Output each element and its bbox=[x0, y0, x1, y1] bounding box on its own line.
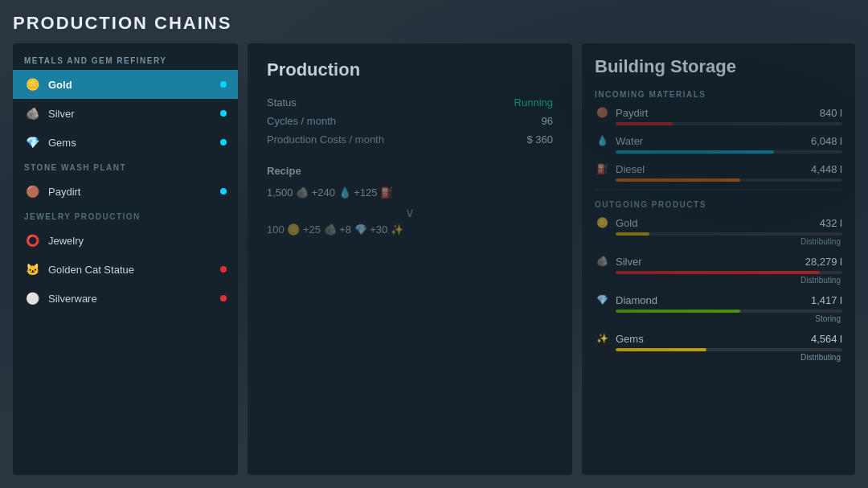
silver-icon: 🪨 bbox=[595, 254, 609, 269]
gems-icon: ✨ bbox=[595, 331, 609, 346]
gold-bar-bg bbox=[616, 232, 842, 236]
silver-bar-fill bbox=[616, 271, 820, 274]
prod-row-status: StatusRunning bbox=[267, 93, 553, 112]
outgoing-list: 🪙Gold432 lDistributing🪨Silver28,279 lDis… bbox=[595, 215, 842, 362]
incoming-header: INCOMING MATERIALS bbox=[595, 90, 842, 99]
incoming-list: 🟤Paydirt840 l💧Water6,048 l⛽Diesel4,448 l bbox=[595, 105, 842, 182]
diesel-bar-row bbox=[595, 178, 842, 182]
recipe-input: 1,500 🪨 +240 💧 +125 ⛽ bbox=[267, 187, 553, 199]
gems-name: Gems bbox=[616, 333, 805, 345]
sidebar-item-silverware[interactable]: ⚪Silverware bbox=[13, 284, 238, 313]
gems-bar-bg bbox=[616, 348, 842, 351]
prod-value: $ 360 bbox=[526, 133, 553, 146]
storage-item-paydirt: 🟤Paydirt840 l bbox=[595, 105, 842, 125]
water-name: Water bbox=[616, 135, 805, 147]
prod-row-production-costs--month: Production Costs / month$ 360 bbox=[267, 130, 553, 149]
sidebar-item-gold[interactable]: 🪙Gold bbox=[13, 70, 238, 99]
storage-item-header: 🪨Silver28,279 l bbox=[595, 254, 842, 269]
prod-value: Running bbox=[514, 96, 553, 109]
sidebar-item-jewelry[interactable]: ⭕Jewelry bbox=[13, 226, 238, 255]
paydirt-bar-fill bbox=[616, 122, 673, 125]
gems-dot bbox=[220, 139, 227, 146]
left-panel: METALS AND GEM REFINERY🪙Gold🪨Silver💎Gems… bbox=[13, 43, 238, 475]
gold-status: Distributing bbox=[595, 237, 842, 246]
recipe-arrow: ∨ bbox=[267, 205, 553, 220]
silver-bar-bg bbox=[616, 271, 842, 274]
diesel-bar-fill bbox=[616, 178, 740, 182]
gold-icon: 🪙 bbox=[595, 215, 609, 230]
production-table: StatusRunningCycles / month96Production … bbox=[267, 93, 553, 149]
paydirt-dot bbox=[220, 188, 227, 195]
paydirt-amount: 840 l bbox=[820, 107, 842, 119]
storage-item-header: 💎Diamond1,417 l bbox=[595, 293, 842, 307]
gems-bar-fill bbox=[616, 348, 706, 351]
prod-label: Cycles / month bbox=[267, 115, 336, 127]
diamond-bar-bg bbox=[616, 310, 842, 313]
storage-item-header: ⛽Diesel4,448 l bbox=[595, 162, 842, 176]
diesel-bar-bg bbox=[616, 178, 842, 182]
gems-bar-row bbox=[595, 348, 842, 351]
storage-item-water: 💧Water6,048 l bbox=[595, 133, 842, 154]
paydirt-bar-row bbox=[595, 122, 842, 125]
gold-name: Gold bbox=[616, 217, 813, 229]
storage-item-diamond: 💎Diamond1,417 lStoring bbox=[595, 293, 842, 323]
gems-icon: 💎 bbox=[24, 134, 40, 150]
silverware-label: Silverware bbox=[48, 293, 212, 305]
golden-cat-icon: 🐱 bbox=[24, 261, 40, 277]
gold-bar-row bbox=[595, 232, 842, 236]
silver-status: Distributing bbox=[595, 276, 842, 285]
sidebar-item-golden-cat[interactable]: 🐱Golden Cat Statue bbox=[13, 255, 238, 284]
diamond-amount: 1,417 l bbox=[811, 294, 842, 306]
paydirt-bar-bg bbox=[616, 122, 842, 125]
silver-name: Silver bbox=[616, 256, 799, 268]
water-bar-row bbox=[595, 150, 842, 154]
gold-bar-fill bbox=[616, 232, 649, 236]
gold-icon: 🪙 bbox=[24, 76, 40, 92]
silver-amount: 28,279 l bbox=[805, 256, 842, 268]
prod-value: 96 bbox=[542, 115, 553, 127]
sidebar-item-paydirt[interactable]: 🟤Paydirt bbox=[13, 177, 238, 206]
water-amount: 6,048 l bbox=[811, 135, 842, 147]
storage-item-header: 🟤Paydirt840 l bbox=[595, 105, 842, 120]
paydirt-name: Paydirt bbox=[616, 107, 813, 119]
gold-dot bbox=[220, 81, 227, 88]
prod-row-cycles--month: Cycles / month96 bbox=[267, 112, 553, 130]
gold-amount: 432 l bbox=[820, 217, 842, 229]
section-header-jewelry-production: JEWELRY PRODUCTION bbox=[13, 206, 238, 226]
water-bar-bg bbox=[616, 150, 842, 154]
silverware-icon: ⚪ bbox=[24, 290, 40, 306]
paydirt-label: Paydirt bbox=[48, 186, 212, 198]
golden-cat-label: Golden Cat Statue bbox=[48, 264, 212, 276]
recipe-title: Recipe bbox=[267, 165, 553, 177]
gems-status: Distributing bbox=[595, 353, 842, 362]
gems-amount: 4,564 l bbox=[811, 333, 842, 345]
water-bar-fill bbox=[616, 150, 774, 154]
section-header-metals-and-gem-refinery: METALS AND GEM REFINERY bbox=[13, 50, 238, 70]
paydirt-icon: 🟤 bbox=[24, 183, 40, 199]
storage-item-header: ✨Gems4,564 l bbox=[595, 331, 842, 346]
app-container: PRODUCTION CHAINS METALS AND GEM REFINER… bbox=[0, 0, 868, 488]
sidebar-item-silver[interactable]: 🪨Silver bbox=[13, 99, 238, 128]
diamond-bar-fill bbox=[616, 310, 740, 313]
diamond-bar-row bbox=[595, 310, 842, 313]
storage-item-header: 🪙Gold432 l bbox=[595, 215, 842, 230]
section-header-stone-wash-plant: STONE WASH PLANT bbox=[13, 157, 238, 177]
silverware-dot bbox=[220, 295, 227, 301]
prod-label: Production Costs / month bbox=[267, 133, 384, 146]
water-icon: 💧 bbox=[595, 133, 609, 148]
storage-title: Building Storage bbox=[595, 56, 842, 77]
recipe-input-text: 1,500 🪨 +240 💧 +125 ⛽ bbox=[267, 187, 393, 199]
jewelry-label: Jewelry bbox=[48, 235, 227, 247]
silver-dot bbox=[220, 110, 227, 117]
diamond-name: Diamond bbox=[616, 294, 805, 306]
gold-label: Gold bbox=[48, 79, 212, 91]
storage-panel: Building Storage INCOMING MATERIALS 🟤Pay… bbox=[582, 43, 855, 475]
storage-item-silver: 🪨Silver28,279 lDistributing bbox=[595, 254, 842, 285]
production-title: Production bbox=[267, 59, 553, 80]
sidebar-item-gems[interactable]: 💎Gems bbox=[13, 128, 238, 157]
storage-item-gems: ✨Gems4,564 lDistributing bbox=[595, 331, 842, 362]
storage-item-gold: 🪙Gold432 lDistributing bbox=[595, 215, 842, 246]
recipe-section: Recipe 1,500 🪨 +240 💧 +125 ⛽ ∨ 100 🪙 +25… bbox=[267, 165, 553, 236]
silver-icon: 🪨 bbox=[24, 105, 40, 121]
main-content: METALS AND GEM REFINERY🪙Gold🪨Silver💎Gems… bbox=[13, 43, 855, 475]
